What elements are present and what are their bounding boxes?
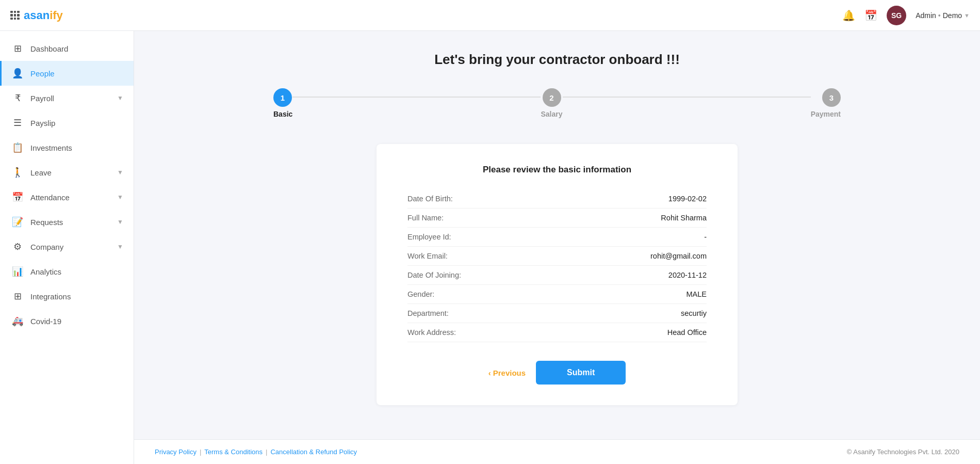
sidebar-label-people: People bbox=[30, 69, 55, 78]
sidebar-label-covid19: Covid-19 bbox=[30, 317, 61, 326]
copyright-text: © Asanify Technologies Pvt. Ltd. 2020 bbox=[847, 448, 959, 456]
table-row: Gender: MALE bbox=[407, 285, 707, 304]
field-label-gender: Gender: bbox=[407, 290, 434, 298]
chevron-down-icon: ▼ bbox=[117, 169, 123, 176]
button-row: ‹ Previous Submit bbox=[407, 361, 707, 385]
sidebar-label-payroll: Payroll bbox=[30, 94, 54, 103]
sidebar-label-company: Company bbox=[30, 243, 63, 251]
table-row: Department: securtiy bbox=[407, 304, 707, 323]
field-label-email: Work Email: bbox=[407, 252, 448, 260]
attendance-icon: 📅 bbox=[12, 191, 23, 203]
footer-links: Privacy Policy | Terms & Conditions | Ca… bbox=[155, 448, 357, 456]
sidebar-label-requests: Requests bbox=[30, 218, 63, 227]
sidebar-item-analytics[interactable]: 📊 Analytics bbox=[0, 259, 134, 284]
analytics-icon: 📊 bbox=[12, 266, 23, 277]
step-circle-1: 1 bbox=[273, 88, 292, 107]
field-value-gender: MALE bbox=[687, 290, 707, 298]
step-salary: 2 Salary bbox=[541, 88, 562, 118]
step-label-basic: Basic bbox=[273, 110, 292, 118]
sidebar-item-investments[interactable]: 📋 Investments bbox=[0, 135, 134, 160]
sidebar-item-integrations[interactable]: ⊞ Integrations bbox=[0, 284, 134, 309]
step-line-1 bbox=[292, 97, 541, 98]
sidebar-item-leave[interactable]: 🚶 Leave ▼ bbox=[0, 160, 134, 185]
company-icon: ⚙ bbox=[12, 241, 23, 252]
sidebar-label-integrations: Integrations bbox=[30, 292, 71, 301]
sidebar-item-dashboard[interactable]: ⊞ Dashboard bbox=[0, 36, 134, 61]
sidebar-item-people[interactable]: 👤 People bbox=[0, 61, 134, 86]
step-line-2 bbox=[563, 97, 811, 98]
requests-icon: 📝 bbox=[12, 216, 23, 228]
field-value-fullname: Rohit Sharma bbox=[661, 214, 707, 222]
review-heading: Please review the basic information bbox=[407, 165, 707, 175]
chevron-down-icon: ▼ bbox=[117, 194, 123, 201]
sidebar-label-dashboard: Dashboard bbox=[30, 44, 68, 53]
table-row: Employee Id: - bbox=[407, 228, 707, 247]
sidebar-item-requests[interactable]: 📝 Requests ▼ bbox=[0, 210, 134, 234]
field-label-address: Work Address: bbox=[407, 328, 456, 337]
chevron-left-icon: ‹ bbox=[488, 369, 491, 377]
field-label-dept: Department: bbox=[407, 309, 449, 317]
submit-button[interactable]: Submit bbox=[536, 361, 626, 385]
sidebar-label-analytics: Analytics bbox=[30, 267, 61, 276]
step-payment: 3 Payment bbox=[811, 88, 841, 118]
covid19-icon: 🚑 bbox=[12, 315, 23, 327]
sidebar-label-leave: Leave bbox=[30, 168, 52, 177]
page-title: Let's bring your contractor onboard !!! bbox=[434, 52, 680, 68]
field-value-doj: 2020-11-12 bbox=[668, 271, 707, 279]
stepper: 1 Basic 2 Salary 3 Payment bbox=[273, 88, 841, 118]
cancellation-link[interactable]: Cancellation & Refund Policy bbox=[270, 448, 357, 456]
step-basic: 1 Basic bbox=[273, 88, 292, 118]
sidebar-label-investments: Investments bbox=[30, 143, 72, 152]
privacy-policy-link[interactable]: Privacy Policy bbox=[155, 448, 197, 456]
review-card: Please review the basic information Date… bbox=[377, 144, 738, 405]
payslip-icon: ☰ bbox=[12, 117, 23, 129]
admin-label[interactable]: Admin • Demo ▼ bbox=[916, 11, 970, 20]
topnav-right: 🔔 📅 SG Admin • Demo ▼ bbox=[842, 6, 970, 25]
terms-link[interactable]: Terms & Conditions bbox=[204, 448, 263, 456]
payroll-icon: ₹ bbox=[12, 92, 23, 104]
step-label-payment: Payment bbox=[811, 110, 841, 118]
step-label-salary: Salary bbox=[541, 110, 562, 118]
avatar[interactable]: SG bbox=[887, 6, 906, 25]
people-icon: 👤 bbox=[12, 68, 23, 79]
step-circle-2: 2 bbox=[543, 88, 561, 107]
field-value-address: Head Office bbox=[667, 328, 707, 337]
field-label-empid: Employee Id: bbox=[407, 233, 451, 241]
table-row: Work Address: Head Office bbox=[407, 323, 707, 342]
logo-grid-icon bbox=[10, 11, 20, 20]
investments-icon: 📋 bbox=[12, 142, 23, 153]
chevron-down-icon: ▼ bbox=[117, 243, 123, 250]
sidebar-label-attendance: Attendance bbox=[30, 193, 70, 202]
sidebar-item-company[interactable]: ⚙ Company ▼ bbox=[0, 234, 134, 259]
leave-icon: 🚶 bbox=[12, 167, 23, 178]
field-label-dob: Date Of Birth: bbox=[407, 195, 453, 203]
sidebar-item-payslip[interactable]: ☰ Payslip bbox=[0, 110, 134, 135]
topnav: asanify 🔔 📅 SG Admin • Demo ▼ bbox=[0, 0, 980, 31]
field-value-dept: securtiy bbox=[681, 309, 707, 317]
field-value-email: rohit@gmail.com bbox=[650, 252, 707, 260]
calendar-icon[interactable]: 📅 bbox=[864, 9, 877, 22]
field-label-fullname: Full Name: bbox=[407, 214, 444, 222]
notification-icon[interactable]: 🔔 bbox=[842, 9, 855, 22]
step-circle-3: 3 bbox=[822, 88, 841, 107]
integrations-icon: ⊞ bbox=[12, 291, 23, 302]
field-value-empid: - bbox=[704, 233, 707, 241]
table-row: Full Name: Rohit Sharma bbox=[407, 209, 707, 228]
table-row: Date Of Joining: 2020-11-12 bbox=[407, 266, 707, 285]
chevron-down-icon: ▼ bbox=[117, 94, 123, 102]
sidebar: ⊞ Dashboard 👤 People ₹ Payroll ▼ ☰ Paysl… bbox=[0, 31, 134, 464]
dashboard-icon: ⊞ bbox=[12, 43, 23, 54]
logo: asanify bbox=[10, 9, 63, 22]
footer: Privacy Policy | Terms & Conditions | Ca… bbox=[134, 439, 980, 464]
content-area: Let's bring your contractor onboard !!! … bbox=[134, 31, 980, 439]
table-row: Date Of Birth: 1999-02-02 bbox=[407, 189, 707, 209]
sidebar-item-attendance[interactable]: 📅 Attendance ▼ bbox=[0, 185, 134, 210]
previous-button[interactable]: ‹ Previous bbox=[488, 369, 526, 377]
main-content: Let's bring your contractor onboard !!! … bbox=[134, 31, 980, 464]
table-row: Work Email: rohit@gmail.com bbox=[407, 247, 707, 266]
sidebar-item-payroll[interactable]: ₹ Payroll ▼ bbox=[0, 86, 134, 110]
chevron-down-icon: ▼ bbox=[117, 218, 123, 226]
sidebar-item-covid19[interactable]: 🚑 Covid-19 bbox=[0, 309, 134, 333]
logo-text: asanify bbox=[24, 9, 63, 22]
layout: ⊞ Dashboard 👤 People ₹ Payroll ▼ ☰ Paysl… bbox=[0, 31, 980, 464]
